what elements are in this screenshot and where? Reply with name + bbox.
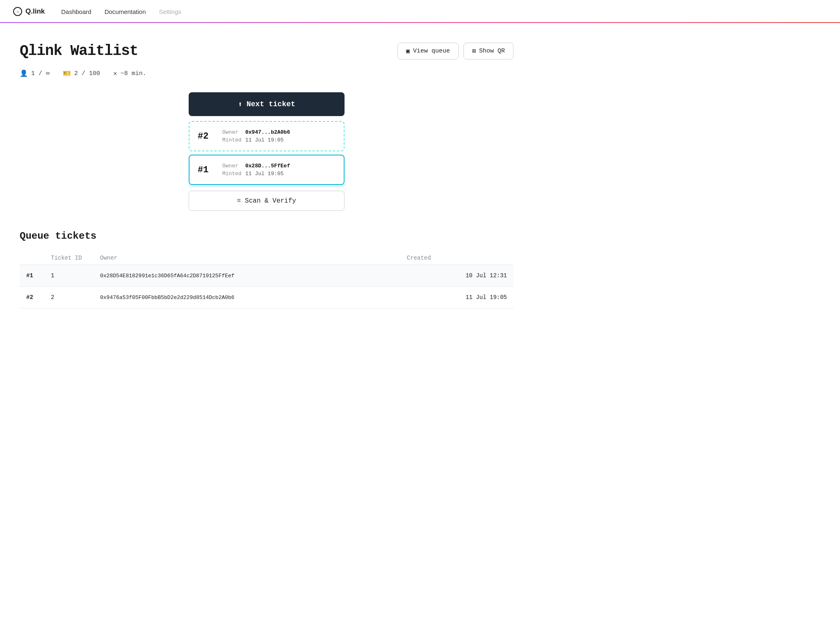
users-icon: 👤	[20, 69, 28, 78]
nav-item-documentation[interactable]: Documentation	[105, 8, 146, 15]
next-ticket-button[interactable]: ⬆ Next ticket	[189, 92, 345, 116]
window-icon: ▣	[406, 47, 410, 55]
next-ticket-arrow-icon: ⬆	[238, 100, 242, 109]
ticket-1-minted-row: Minted 11 Jul 19:05	[222, 171, 290, 177]
ticket-2-minted-row: Minted 11 Jul 19:05	[222, 137, 290, 143]
timer-icon: ✕	[113, 69, 117, 78]
scan-area: ⌗ Scan & Verify	[189, 191, 345, 211]
next-ticket-label: Next ticket	[247, 100, 295, 108]
ticket-2-owner-value: 0x947...b2A0b6	[245, 129, 290, 135]
stat-time: ✕ ~8 min.	[113, 69, 146, 78]
nav-link-documentation[interactable]: Documentation	[105, 8, 146, 15]
scan-verify-button[interactable]: ⌗ Scan & Verify	[189, 191, 345, 211]
ticket-2-info: Owner 0x947...b2A0b6 Minted 11 Jul 19:05	[222, 129, 290, 143]
queue-header-row: Ticket ID Owner Created	[20, 251, 514, 265]
row-hash: #1	[20, 265, 44, 287]
ticket-bottom-bar	[189, 185, 345, 187]
scan-icon: ⌗	[237, 197, 241, 205]
stat-tickets: 🎫 2 / 100	[63, 69, 100, 78]
stat-tickets-value: 2 / 100	[74, 70, 100, 77]
queue-table-body: #1 1 0x28D54E8182991e1c36D65fA64c2D87191…	[20, 265, 514, 308]
queue-title: Queue tickets	[20, 231, 514, 242]
nav-logo-icon: ○	[13, 7, 22, 16]
main-content: Qlink Waitlist ▣ View queue ⊞ Show QR 👤 …	[0, 23, 533, 322]
col-ticket-id: Ticket ID	[44, 251, 94, 265]
queue-section: Queue tickets Ticket ID Owner Created #1…	[20, 231, 514, 308]
nav-link-settings[interactable]: Settings	[159, 8, 181, 15]
stats-row: 👤 1 / ∞ 🎫 2 / 100 ✕ ~8 min.	[20, 69, 514, 78]
row-owner: 0x9476a53f05F00FbbB5bD2e2d229d8514Dcb2A0…	[94, 287, 400, 308]
col-hash	[20, 251, 44, 265]
stat-users-value: 1 / ∞	[31, 70, 50, 77]
tickets-icon: 🎫	[63, 69, 71, 78]
ticket-1-info: Owner 0x28D...5FfEef Minted 11 Jul 19:05	[222, 163, 290, 177]
col-owner: Owner	[94, 251, 400, 265]
ticket-1-owner-row: Owner 0x28D...5FfEef	[222, 163, 290, 169]
qr-icon: ⊞	[472, 47, 476, 55]
view-queue-label: View queue	[413, 48, 450, 55]
table-row: #1 1 0x28D54E8182991e1c36D65fA64c2D87191…	[20, 265, 514, 287]
ticket-card-1: #1 Owner 0x28D...5FfEef Minted 11 Jul 19…	[189, 155, 345, 185]
ticket-1-owner-value: 0x28D...5FfEef	[245, 163, 290, 169]
ticket-1-number: #1	[198, 165, 214, 175]
nav-item-dashboard[interactable]: Dashboard	[61, 8, 91, 15]
show-qr-button[interactable]: ⊞ Show QR	[463, 43, 514, 59]
table-row: #2 2 0x9476a53f05F00FbbB5bD2e2d229d8514D…	[20, 287, 514, 308]
view-queue-button[interactable]: ▣ View queue	[397, 43, 459, 59]
ticket-1-minted-label: Minted	[222, 171, 242, 177]
ticket-2-number: #2	[198, 131, 214, 142]
row-owner: 0x28D54E8182991e1c36D65fA64c2D8719125FfE…	[94, 265, 400, 287]
header-buttons: ▣ View queue ⊞ Show QR	[397, 43, 514, 59]
scan-verify-label: Scan & Verify	[245, 197, 296, 205]
page-title: Qlink Waitlist	[20, 43, 138, 59]
queue-table-header: Ticket ID Owner Created	[20, 251, 514, 265]
nav-links: Dashboard Documentation Settings	[61, 8, 181, 15]
queue-table: Ticket ID Owner Created #1 1 0x28D54E818…	[20, 251, 514, 308]
ticket-2-owner-row: Owner 0x947...b2A0b6	[222, 129, 290, 135]
row-ticket-id: 1	[44, 265, 94, 287]
nav-link-dashboard[interactable]: Dashboard	[61, 8, 91, 15]
stat-users: 👤 1 / ∞	[20, 69, 50, 78]
ticket-1-owner-label: Owner	[222, 163, 242, 169]
show-qr-label: Show QR	[479, 48, 505, 55]
nav-logo-text: Q.link	[25, 7, 45, 16]
nav-item-settings[interactable]: Settings	[159, 8, 181, 15]
ticket-2-minted-value: 11 Jul 19:05	[245, 137, 284, 143]
row-created: 10 Jul 12:31	[400, 265, 514, 287]
ticket-2-minted-label: Minted	[222, 137, 242, 143]
row-created: 11 Jul 19:05	[400, 287, 514, 308]
navbar: ○ Q.link Dashboard Documentation Setting…	[0, 0, 840, 23]
ticket-2-owner-label: Owner	[222, 129, 242, 135]
center-panel: ⬆ Next ticket #2 Owner 0x947...b2A0b6 Mi…	[189, 92, 345, 211]
ticket-1-minted-value: 11 Jul 19:05	[245, 171, 284, 177]
stat-time-value: ~8 min.	[121, 70, 146, 77]
row-hash: #2	[20, 287, 44, 308]
nav-logo[interactable]: ○ Q.link	[13, 7, 45, 16]
col-created: Created	[400, 251, 514, 265]
ticket-card-2: #2 Owner 0x947...b2A0b6 Minted 11 Jul 19…	[189, 121, 345, 151]
row-ticket-id: 2	[44, 287, 94, 308]
page-header: Qlink Waitlist ▣ View queue ⊞ Show QR	[20, 43, 514, 59]
